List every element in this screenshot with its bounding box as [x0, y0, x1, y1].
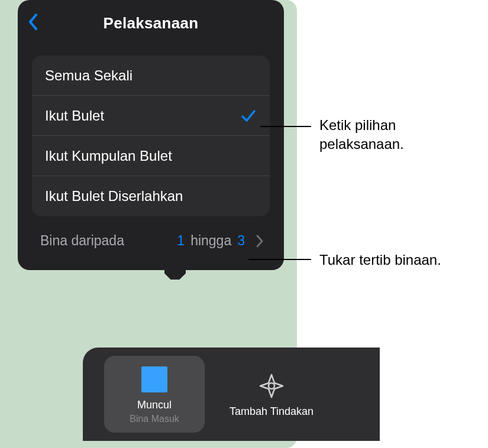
target-icon	[257, 371, 286, 401]
slide-canvas: Pelaksanaan Semua Sekali Ikut Bulet Ikut…	[0, 0, 297, 448]
callout-line	[260, 126, 311, 127]
option-label: Semua Sekali	[45, 67, 132, 84]
chevron-right-icon	[256, 235, 264, 248]
callout-order: Tukar tertib binaan.	[319, 251, 441, 270]
checkmark-icon	[240, 108, 257, 124]
popover-arrow	[164, 269, 186, 280]
build-thumb-appear[interactable]: Muncul Bina Masuk	[104, 356, 205, 433]
popover-title: Pelaksanaan	[104, 14, 199, 35]
add-action-thumb[interactable]: Tambah Tindakan	[221, 356, 322, 433]
option-label: Ikut Kumpulan Bulet	[45, 148, 172, 164]
back-button[interactable]	[26, 12, 40, 32]
thumb-title: Tambah Tindakan	[230, 405, 314, 418]
callout-line	[248, 259, 311, 260]
build-order-bar: Muncul Bina Masuk Tambah Tindakan	[83, 348, 380, 441]
option-by-highlighted-bullet[interactable]: Ikut Bulet Diserlahkan	[32, 176, 270, 216]
build-separator: hingga	[190, 233, 231, 249]
svg-point-0	[269, 383, 274, 389]
option-label: Ikut Bulet	[45, 108, 104, 124]
option-label: Ikut Bulet Diserlahkan	[45, 188, 183, 204]
build-from-label: Bina daripada	[40, 233, 124, 249]
thumb-subtitle: Bina Masuk	[130, 414, 179, 424]
appear-icon	[140, 365, 169, 394]
option-all-at-once[interactable]: Semua Sekali	[32, 56, 270, 96]
delivery-popover: Pelaksanaan Semua Sekali Ikut Bulet Ikut…	[18, 0, 284, 270]
thumb-title: Muncul	[137, 399, 172, 411]
option-by-bullet[interactable]: Ikut Bulet	[32, 96, 270, 136]
build-from-number: 1	[177, 233, 185, 249]
popover-header: Pelaksanaan	[18, 11, 284, 38]
delivery-options-list: Semua Sekali Ikut Bulet Ikut Kumpulan Bu…	[32, 56, 270, 216]
build-from-values: 1 hingga 3	[177, 233, 264, 249]
callout-delivery: Ketik pilihan pelaksanaan.	[319, 116, 404, 154]
build-from-row[interactable]: Bina daripada 1 hingga 3	[32, 233, 270, 252]
chevron-left-icon	[26, 12, 40, 32]
option-by-bullet-group[interactable]: Ikut Kumpulan Bulet	[32, 136, 270, 176]
build-to-number: 3	[237, 233, 245, 249]
